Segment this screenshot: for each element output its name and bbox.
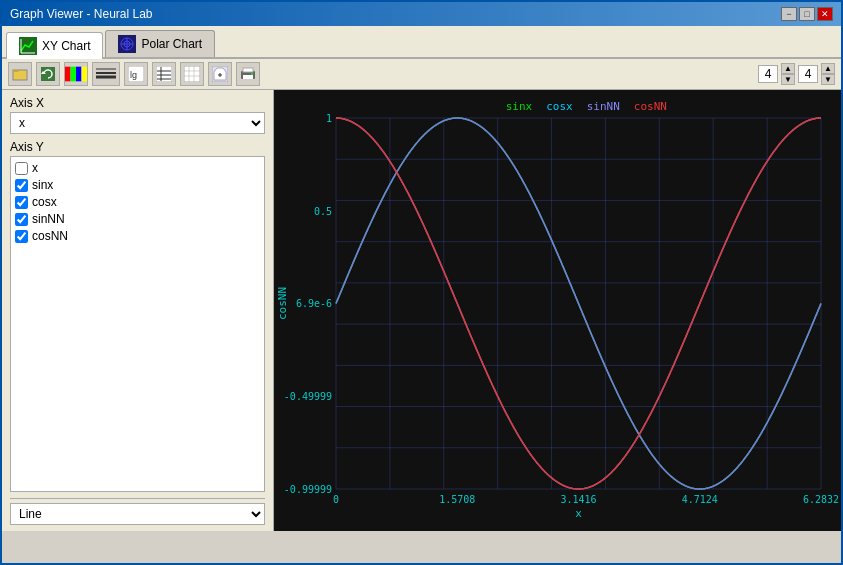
grid-icon bbox=[184, 66, 200, 82]
polar-chart-icon bbox=[118, 35, 136, 53]
item-label-x: x bbox=[32, 161, 38, 175]
list-item: sinNN bbox=[15, 212, 260, 226]
title-bar: Graph Viewer - Neural Lab − □ ✕ bbox=[2, 2, 841, 26]
list-item: cosx bbox=[15, 195, 260, 209]
toolbar-btn-2[interactable] bbox=[36, 62, 60, 86]
tab-xy[interactable]: XY Chart bbox=[6, 32, 103, 59]
spin-right-value: 4 bbox=[798, 65, 818, 83]
spin-right-down[interactable]: ▼ bbox=[821, 74, 835, 85]
close-button[interactable]: ✕ bbox=[817, 7, 833, 21]
folder-icon bbox=[12, 66, 28, 82]
minimize-button[interactable]: − bbox=[781, 7, 797, 21]
main-content: Axis X x Axis Y x sinx bbox=[2, 90, 841, 531]
toolbar-right: 4 ▲ ▼ 4 ▲ ▼ bbox=[758, 63, 835, 85]
toolbar-btn-7[interactable] bbox=[180, 62, 204, 86]
export-icon bbox=[212, 66, 228, 82]
axis-y-label: Axis Y bbox=[10, 140, 265, 154]
toolbar-btn-9[interactable] bbox=[236, 62, 260, 86]
chart-area bbox=[274, 90, 841, 531]
spin-left-value: 4 bbox=[758, 65, 778, 83]
toolbar-btn-8[interactable] bbox=[208, 62, 232, 86]
axis-x-section: Axis X x bbox=[10, 96, 265, 134]
tab-xy-label: XY Chart bbox=[42, 39, 90, 53]
svg-rect-14 bbox=[76, 67, 82, 82]
colors-icon bbox=[65, 66, 87, 82]
svg-rect-37 bbox=[243, 75, 253, 79]
refresh-icon bbox=[40, 66, 56, 82]
data-icon bbox=[156, 66, 172, 82]
item-label-cosx: cosx bbox=[32, 195, 57, 209]
spin-right-control[interactable]: ▲ ▼ bbox=[821, 63, 835, 85]
toolbar-btn-1[interactable] bbox=[8, 62, 32, 86]
tab-bar: XY Chart Polar Chart bbox=[2, 26, 841, 59]
main-window: Graph Viewer - Neural Lab − □ ✕ XY Chart bbox=[0, 0, 843, 565]
print-icon bbox=[240, 66, 256, 82]
item-label-sinx: sinx bbox=[32, 178, 53, 192]
axis-x-label: Axis X bbox=[10, 96, 265, 110]
svg-text:lg: lg bbox=[130, 70, 137, 80]
list-item: x bbox=[15, 161, 260, 175]
maximize-button[interactable]: □ bbox=[799, 7, 815, 21]
spin-left-control[interactable]: ▲ ▼ bbox=[781, 63, 795, 85]
spin-left-up[interactable]: ▲ bbox=[781, 63, 795, 74]
spin-right-up[interactable]: ▲ bbox=[821, 63, 835, 74]
axis-y-list: x sinx cosx sinNN bbox=[10, 156, 265, 492]
item-label-cosNN: cosNN bbox=[32, 229, 68, 243]
checkbox-sinx[interactable] bbox=[15, 179, 28, 192]
axis-y-section: Axis Y x sinx cosx bbox=[10, 140, 265, 492]
window-title: Graph Viewer - Neural Lab bbox=[10, 7, 153, 21]
tab-polar-label: Polar Chart bbox=[141, 37, 202, 51]
checkbox-cosNN[interactable] bbox=[15, 230, 28, 243]
axis-x-select[interactable]: x bbox=[10, 112, 265, 134]
toolbar-btn-5[interactable]: lg bbox=[124, 62, 148, 86]
svg-rect-12 bbox=[65, 67, 71, 82]
svg-rect-26 bbox=[184, 66, 200, 82]
svg-rect-36 bbox=[243, 68, 253, 72]
svg-marker-9 bbox=[13, 70, 19, 72]
checkbox-sinNN[interactable] bbox=[15, 213, 28, 226]
toolbar-btn-6[interactable] bbox=[152, 62, 176, 86]
list-item: sinx bbox=[15, 178, 260, 192]
window-controls: − □ ✕ bbox=[781, 7, 833, 21]
bottom-select-section: Line Scatter Bar bbox=[10, 498, 265, 525]
svg-point-38 bbox=[251, 73, 253, 75]
svg-rect-21 bbox=[156, 66, 172, 82]
toolbar: lg bbox=[2, 59, 841, 90]
toolbar-btn-4[interactable] bbox=[92, 62, 120, 86]
svg-rect-15 bbox=[82, 67, 88, 82]
tab-polar[interactable]: Polar Chart bbox=[105, 30, 215, 57]
list-item: cosNN bbox=[15, 229, 260, 243]
item-label-sinNN: sinNN bbox=[32, 212, 65, 226]
line-type-select[interactable]: Line Scatter Bar bbox=[10, 503, 265, 525]
xy-chart-icon bbox=[19, 37, 37, 55]
toolbar-btn-3[interactable] bbox=[64, 62, 88, 86]
chart-canvas[interactable] bbox=[274, 90, 841, 531]
svg-rect-13 bbox=[71, 67, 77, 82]
logscale-icon: lg bbox=[128, 66, 144, 82]
spin-left-down[interactable]: ▼ bbox=[781, 74, 795, 85]
left-panel: Axis X x Axis Y x sinx bbox=[2, 90, 274, 531]
checkbox-x[interactable] bbox=[15, 162, 28, 175]
toolbar-left: lg bbox=[8, 62, 260, 86]
lines-icon bbox=[96, 66, 116, 82]
checkbox-cosx[interactable] bbox=[15, 196, 28, 209]
